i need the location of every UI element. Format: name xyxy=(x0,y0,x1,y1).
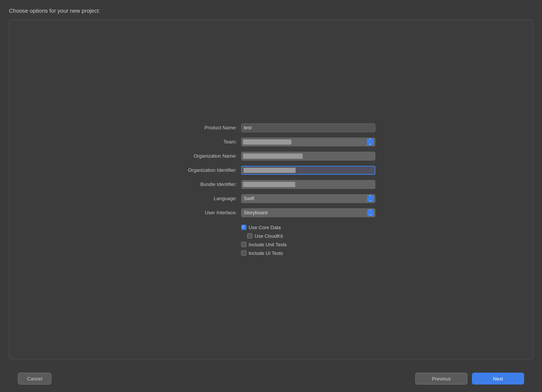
bundle-id-input-wrapper[interactable] xyxy=(241,180,375,189)
bundle-id-row: Bundle Identifier: xyxy=(167,180,375,189)
org-id-label: Organization Identifier: xyxy=(167,167,241,173)
language-select-wrapper: Swift Objective-C xyxy=(241,194,375,203)
org-name-gray-block xyxy=(243,154,303,159)
product-name-input[interactable] xyxy=(241,123,375,132)
next-button[interactable]: Next xyxy=(472,373,524,385)
bundle-id-label: Bundle Identifier: xyxy=(167,181,241,187)
team-gray-block xyxy=(243,139,292,145)
product-name-label: Product Name: xyxy=(167,125,241,130)
use-core-data-checkbox[interactable] xyxy=(241,225,246,230)
team-select-arrow xyxy=(367,139,374,145)
previous-button[interactable]: Previous xyxy=(415,373,467,385)
team-select-wrapper[interactable] xyxy=(241,137,375,146)
org-name-input-wrapper[interactable] xyxy=(241,152,375,161)
team-label: Team: xyxy=(167,139,241,145)
language-select[interactable]: Swift Objective-C xyxy=(241,194,375,203)
main-container: Product Name: Team: Organization Name: O… xyxy=(9,20,533,359)
footer-bar: Cancel Previous Next xyxy=(9,365,533,385)
org-id-row: Organization Identifier: xyxy=(167,166,375,175)
org-name-row: Organization Name: xyxy=(167,152,375,161)
product-name-row: Product Name: xyxy=(167,123,375,132)
org-name-label: Organization Name: xyxy=(167,153,241,159)
include-unit-tests-checkbox[interactable] xyxy=(241,242,246,247)
org-id-input-wrapper[interactable] xyxy=(241,166,375,175)
cancel-button[interactable]: Cancel xyxy=(18,373,51,385)
form-area: Product Name: Team: Organization Name: O… xyxy=(167,123,375,256)
org-id-gray-block xyxy=(243,168,296,173)
ui-row: User Interface: Storyboard SwiftUI xyxy=(167,208,375,217)
use-core-data-row: Use Core Data xyxy=(241,225,375,230)
use-cloudkit-row: Use CloudKit xyxy=(241,233,375,239)
use-cloudkit-label: Use CloudKit xyxy=(255,233,283,239)
team-dark-block xyxy=(293,139,365,145)
include-unit-tests-row: Include Unit Tests xyxy=(241,242,375,247)
use-cloudkit-checkbox[interactable] xyxy=(247,233,252,238)
ui-label: User Interface: xyxy=(167,210,241,215)
include-ui-tests-row: Include UI Tests xyxy=(241,250,375,256)
use-core-data-label: Use Core Data xyxy=(249,225,281,230)
language-label: Language: xyxy=(167,196,241,201)
checkboxes-area: Use Core Data Use CloudKit Include Unit … xyxy=(241,225,375,256)
include-unit-tests-label: Include Unit Tests xyxy=(249,242,287,247)
include-ui-tests-label: Include UI Tests xyxy=(249,250,283,256)
ui-select[interactable]: Storyboard SwiftUI xyxy=(241,208,375,217)
include-ui-tests-checkbox[interactable] xyxy=(241,250,246,256)
language-row: Language: Swift Objective-C xyxy=(167,194,375,203)
team-row: Team: xyxy=(167,137,375,146)
bundle-id-gray-block xyxy=(243,182,295,187)
footer-right: Previous Next xyxy=(415,373,524,385)
ui-select-wrapper: Storyboard SwiftUI xyxy=(241,208,375,217)
page-title: Choose options for your new project: xyxy=(9,7,533,14)
